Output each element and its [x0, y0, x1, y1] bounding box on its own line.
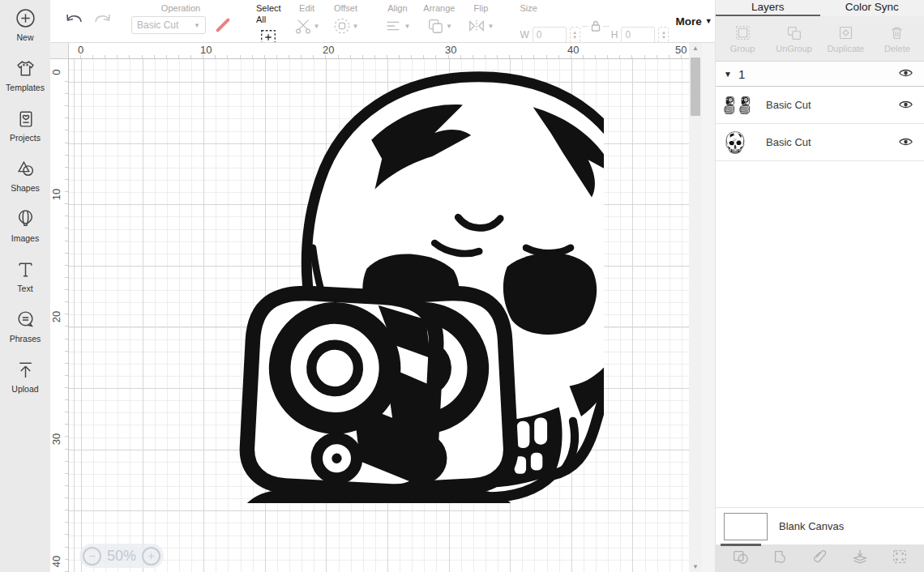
left-sidebar: New Templates Projects Shapes Images Tex… — [0, 0, 50, 572]
undo-icon[interactable] — [65, 12, 84, 30]
eye-icon — [899, 68, 913, 78]
scroll-up-arrow[interactable]: ▲ — [689, 43, 702, 54]
zoom-in-button[interactable]: + — [142, 547, 160, 566]
ruler-label: 0 — [78, 44, 83, 56]
group-icon — [734, 24, 751, 41]
scissors-icon — [294, 17, 312, 35]
scroll-down-arrow[interactable]: ▼ — [689, 561, 702, 572]
speech-bubble-icon — [15, 309, 36, 330]
shapes-icon — [15, 159, 36, 179]
sidebar-item-text[interactable]: Text — [0, 259, 50, 293]
arrange-label: Arrange — [423, 2, 455, 14]
layers-panel: Layers Color Sync Group UnGroup Duplicat… — [715, 0, 924, 572]
visibility-toggle[interactable] — [899, 66, 913, 81]
layer-thumbnail — [724, 96, 766, 114]
visibility-toggle[interactable] — [899, 135, 913, 150]
panel-empty-space — [716, 161, 924, 507]
layer-group-header[interactable]: ▼ 1 — [716, 62, 924, 87]
tab-color-sync[interactable]: Color Sync — [820, 0, 924, 16]
blank-canvas-row[interactable]: Blank Canvas — [716, 507, 924, 544]
select-all-label: Select All — [256, 2, 281, 25]
offset-group: Offset ▼ — [333, 2, 359, 40]
contour-icon — [891, 548, 909, 566]
panel-hscrollbar-thumb[interactable] — [721, 544, 761, 546]
sidebar-item-upload[interactable]: Upload — [0, 360, 50, 394]
select-all-group: Select All — [256, 2, 281, 40]
flatten-button[interactable] — [851, 548, 869, 569]
trash-icon — [888, 24, 905, 41]
flip-group: Flip ▼ — [468, 2, 494, 40]
operation-select[interactable]: Basic Cut ▼ — [131, 16, 206, 34]
eye-icon — [899, 100, 913, 109]
height-input[interactable] — [621, 27, 655, 43]
layer-actions: Group UnGroup Duplicate Delete — [716, 16, 924, 62]
group-button[interactable]: Group — [717, 16, 768, 61]
operation-label: Operation — [161, 2, 200, 14]
layer-row-guns[interactable]: Basic Cut — [716, 87, 924, 124]
arrange-group: Arrange ▼ — [423, 2, 455, 40]
operation-group: Operation Basic Cut ▼ — [131, 2, 230, 40]
sidebar-item-phrases[interactable]: Phrases — [0, 309, 50, 344]
align-group: Align ▼ — [384, 2, 410, 40]
visibility-toggle[interactable] — [899, 98, 913, 113]
chevron-down-icon: ▼ — [194, 22, 200, 29]
height-stepper[interactable]: ▲▼ — [658, 27, 669, 43]
offset-button[interactable]: ▼ — [333, 17, 359, 35]
lock-icon — [589, 19, 602, 32]
edit-button[interactable]: ▼ — [294, 17, 320, 35]
layer-thumbnail — [724, 131, 766, 154]
slice-button[interactable] — [732, 548, 750, 569]
canvas-vertical-scrollbar[interactable]: ▲ ▼ — [689, 43, 702, 572]
attach-button[interactable] — [811, 548, 829, 569]
sidebar-item-label: New — [16, 32, 33, 42]
scrollbar-gap — [702, 43, 715, 572]
ruler-label: 10 — [200, 44, 212, 56]
redo-icon[interactable] — [92, 12, 112, 30]
chevron-down-icon: ▼ — [487, 23, 494, 30]
duplicate-button[interactable]: Duplicate — [820, 16, 871, 61]
flip-button[interactable]: ▼ — [468, 17, 494, 35]
tab-layers[interactable]: Layers — [716, 0, 820, 16]
ungroup-button[interactable]: UnGroup — [769, 16, 819, 61]
canvas-color-swatch[interactable] — [724, 513, 768, 540]
align-button[interactable]: ▼ — [384, 17, 410, 35]
ruler-label: 20 — [323, 44, 334, 56]
contour-button[interactable] — [891, 548, 909, 569]
ungroup-icon — [785, 24, 802, 41]
ruler-label: 10 — [50, 186, 69, 204]
sidebar-item-templates[interactable]: Templates — [0, 58, 50, 92]
chevron-down-icon: ▼ — [404, 23, 410, 30]
scrollbar-thumb[interactable] — [691, 58, 700, 116]
blank-canvas-label: Blank Canvas — [779, 520, 844, 532]
chevron-down-icon: ▼ — [353, 23, 359, 30]
upload-arrow-icon — [15, 360, 36, 380]
sidebar-item-shapes[interactable]: Shapes — [0, 159, 50, 193]
width-stepper[interactable]: ▲▼ — [570, 27, 580, 43]
arrange-button[interactable]: ▼ — [426, 17, 452, 35]
sidebar-item-projects[interactable]: Projects — [0, 109, 50, 143]
layer-row-skull[interactable]: Basic Cut — [716, 124, 924, 161]
canvas-grid[interactable]: − 50% + — [69, 59, 689, 572]
sidebar-item-images[interactable]: Images — [0, 209, 50, 243]
zoom-out-button[interactable]: − — [83, 547, 101, 566]
align-icon — [384, 17, 402, 35]
offset-label: Offset — [334, 2, 357, 14]
edit-group: Edit ▼ — [294, 2, 320, 40]
collapse-caret-icon[interactable]: ▼ — [724, 70, 732, 79]
weld-button[interactable] — [772, 548, 789, 569]
slice-icon — [732, 548, 750, 566]
ruler-label: 40 — [50, 553, 69, 571]
text-icon — [15, 259, 36, 280]
delete-button[interactable]: Delete — [872, 16, 922, 61]
operation-color-pencil-icon[interactable] — [212, 16, 230, 34]
edit-label: Edit — [299, 2, 314, 14]
width-input[interactable] — [533, 27, 567, 43]
sidebar-item-new[interactable]: New — [0, 8, 50, 42]
ruler-label: 40 — [567, 44, 579, 56]
more-button[interactable]: More ▼ — [675, 15, 712, 28]
sidebar-item-label: Images — [11, 233, 39, 243]
duplicate-icon — [837, 24, 854, 41]
flatten-icon — [851, 548, 869, 566]
layer-label: Basic Cut — [766, 136, 899, 148]
skull-guns-artwork[interactable] — [105, 70, 604, 503]
